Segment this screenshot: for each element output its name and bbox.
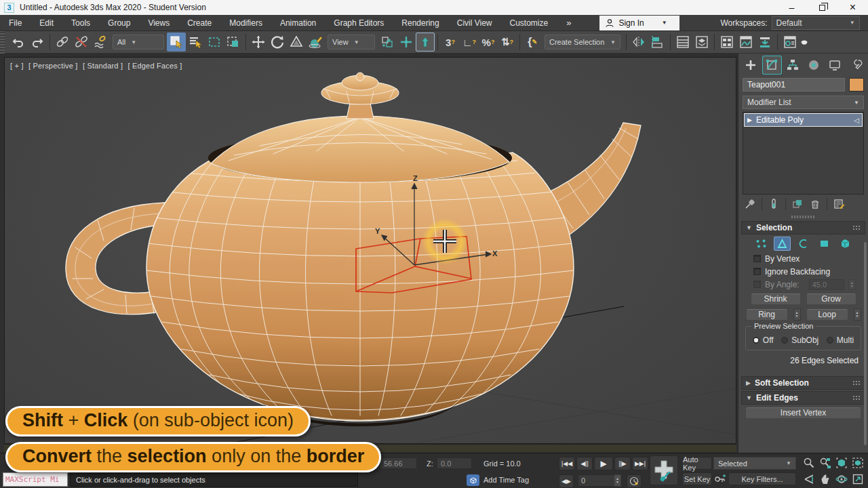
toggle-ribbon-button[interactable]: [717, 33, 736, 52]
by-angle-checkbox[interactable]: [753, 281, 761, 288]
viewport-menu-pov[interactable]: [ Perspective ]: [28, 62, 78, 70]
stack-item-editable-poly[interactable]: ▶ Editable Poly ◁: [745, 114, 862, 126]
menu-item-civil-view[interactable]: Civil View: [448, 15, 501, 31]
tab-hierarchy[interactable]: [783, 56, 803, 75]
pin-stack-icon[interactable]: [744, 198, 756, 210]
restore-button[interactable]: [807, 0, 837, 15]
insert-vertex-button[interactable]: Insert Vertex: [745, 407, 861, 419]
previous-frame-button[interactable]: ◀||: [576, 457, 593, 470]
field-of-view-button[interactable]: [802, 472, 816, 486]
y-coordinate-field[interactable]: 56.66: [380, 458, 417, 469]
preview-subobj-radio[interactable]: SubObj: [781, 336, 818, 345]
zoom-extents-button[interactable]: [834, 456, 848, 470]
zoom-all-button[interactable]: [818, 456, 832, 470]
tab-motion[interactable]: [804, 56, 823, 75]
rollout-edit-edges-header[interactable]: ▼ Edit Edges: [741, 391, 865, 405]
stack-visibility-icon[interactable]: ◁: [854, 117, 859, 124]
object-color-swatch[interactable]: [849, 78, 864, 92]
workspace-dropdown[interactable]: Default ▼: [772, 16, 860, 30]
toggle-scene-explorer-button[interactable]: [673, 33, 692, 52]
tab-create[interactable]: [741, 56, 761, 75]
subobject-border-button[interactable]: [795, 237, 812, 251]
mirror-button[interactable]: [629, 33, 648, 52]
use-pivot-point-button[interactable]: [378, 33, 397, 52]
keyboard-shortcut-override-button[interactable]: [416, 33, 435, 52]
toolbar-drag-handle[interactable]: [0, 31, 5, 54]
select-and-place-button[interactable]: [306, 33, 325, 52]
rollout-soft-selection-header[interactable]: ▶ Soft Selection: [741, 376, 865, 390]
perspective-viewport[interactable]: Z Y X [ + ] [ Perspective ] [ Standard ]…: [4, 57, 736, 444]
angle-snap-button[interactable]: ∟?: [460, 33, 479, 52]
frame-spinner[interactable]: ▲▼: [614, 474, 621, 487]
menu-item-group[interactable]: Group: [99, 15, 139, 31]
zoom-button[interactable]: [802, 456, 816, 470]
select-and-link-button[interactable]: [53, 33, 72, 52]
preview-multi-radio[interactable]: Multi: [827, 336, 854, 345]
subobject-vertex-button[interactable]: [753, 237, 770, 251]
sign-in-button[interactable]: Sign In ▼: [599, 16, 679, 30]
panel-splitter-handle[interactable]: [738, 214, 868, 220]
object-name-field[interactable]: Teapot001: [743, 78, 845, 92]
preview-off-radio[interactable]: Off: [753, 336, 774, 345]
menu-item-create[interactable]: Create: [178, 15, 220, 31]
named-selection-sets-dropdown[interactable]: Create Selection Se ▼: [545, 35, 620, 49]
rollout-grip-icon[interactable]: [852, 225, 861, 230]
ring-button[interactable]: Ring: [746, 308, 788, 321]
unlink-selection-button[interactable]: [72, 33, 91, 52]
menu-item-views[interactable]: Views: [139, 15, 178, 31]
tab-modify[interactable]: [762, 56, 782, 75]
key-mode-toggle-button[interactable]: ◀▶: [559, 474, 574, 488]
command-panel-scrollbar[interactable]: [864, 242, 867, 445]
ring-spinner[interactable]: ▲▼: [793, 308, 801, 321]
key-mode-dropdown[interactable]: Selected ▼: [713, 457, 796, 470]
make-unique-icon[interactable]: [791, 198, 804, 210]
by-angle-spinner[interactable]: ▲▼: [848, 279, 856, 290]
configure-modifier-sets-icon[interactable]: [833, 198, 845, 210]
subobject-element-button[interactable]: [837, 237, 854, 251]
rollout-grip-icon[interactable]: [852, 380, 861, 386]
pan-button[interactable]: [818, 472, 832, 486]
viewport-menu-standard[interactable]: [ Standard ]: [83, 62, 123, 70]
auto-key-button[interactable]: Auto Key: [682, 457, 712, 470]
menu-overflow-chevron[interactable]: »: [557, 18, 580, 28]
viewport-menu-general[interactable]: [ + ]: [10, 62, 24, 70]
minimize-button[interactable]: –: [776, 0, 807, 15]
menu-item-edit[interactable]: Edit: [31, 15, 62, 31]
zoom-extents-all-button[interactable]: [850, 456, 865, 470]
select-object-button[interactable]: [167, 33, 186, 52]
percent-snap-button[interactable]: %?: [479, 33, 498, 52]
maxscript-mini-listener[interactable]: MAXScript Mi: [3, 472, 68, 487]
spinner-snap-button[interactable]: ⇅?: [498, 33, 517, 52]
reference-coordinate-dropdown[interactable]: View ▼: [328, 35, 375, 49]
select-and-move-button[interactable]: [249, 33, 268, 52]
by-vertex-checkbox[interactable]: [753, 255, 761, 262]
teapot-object[interactable]: [66, 73, 641, 426]
loop-spinner[interactable]: ▲▼: [854, 308, 861, 321]
stack-expand-arrow-icon[interactable]: ▶: [747, 117, 752, 123]
grow-button[interactable]: Grow: [806, 293, 856, 305]
next-frame-button[interactable]: ||▶: [614, 457, 631, 470]
z-coordinate-field[interactable]: 0.0: [437, 458, 472, 469]
go-to-start-button[interactable]: |◀◀: [559, 457, 575, 470]
render-setup-button[interactable]: [781, 33, 800, 52]
shrink-button[interactable]: Shrink: [751, 293, 801, 305]
remove-modifier-trash-icon[interactable]: [809, 198, 821, 210]
window-crossing-toggle-button[interactable]: [224, 33, 243, 52]
snap-toggle-3d-button[interactable]: 3?: [441, 33, 460, 52]
add-time-tag-button[interactable]: Add Time Tag: [484, 476, 529, 484]
play-button[interactable]: ▶: [594, 457, 613, 470]
menu-item-rendering[interactable]: Rendering: [393, 15, 448, 31]
viewport-menu-shading[interactable]: [ Edged Faces ]: [127, 62, 182, 70]
rollout-grip-icon[interactable]: [852, 395, 861, 401]
show-end-result-icon[interactable]: [768, 198, 780, 210]
render-production-button[interactable]: [800, 33, 809, 52]
menu-item-tools[interactable]: Tools: [62, 15, 99, 31]
go-to-end-button[interactable]: ▶▶|: [632, 457, 648, 470]
menu-item-customize[interactable]: Customize: [501, 15, 557, 31]
key-filters-button[interactable]: Key Filters...: [728, 472, 796, 485]
orbit-button[interactable]: [834, 472, 848, 486]
select-and-rotate-button[interactable]: [268, 33, 287, 52]
subobject-edge-button[interactable]: [774, 237, 791, 251]
tab-utilities[interactable]: [846, 56, 865, 75]
schematic-view-button[interactable]: [755, 33, 774, 52]
